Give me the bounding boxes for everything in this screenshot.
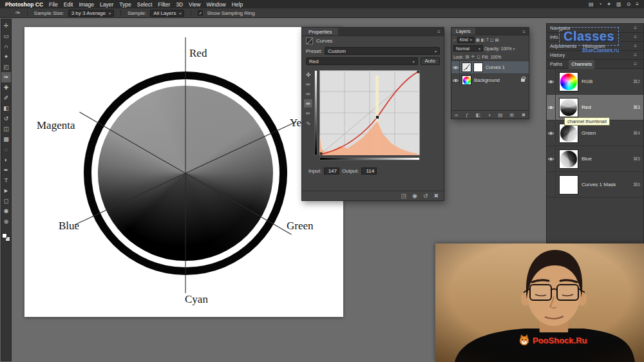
pencil-icon[interactable]: ✏ <box>304 109 312 117</box>
document-canvas[interactable]: Red Magenta Yellow Blue Green Cyan <box>24 27 343 317</box>
curve-endpoint-shadow[interactable] <box>320 153 323 155</box>
new-adjustment-icon[interactable]: ◑ <box>488 112 491 118</box>
menu-window[interactable]: Window <box>206 1 225 8</box>
layer-row-curves[interactable]: Curves 1 <box>451 61 529 73</box>
eye-icon[interactable] <box>547 105 554 110</box>
panel-menu-icon[interactable]: ≡ <box>519 28 529 35</box>
filter-type-icon[interactable]: T <box>486 37 489 42</box>
tab-channels[interactable]: Channels <box>569 60 594 69</box>
visibility-toggle-icon[interactable]: ◉ <box>412 193 417 199</box>
eye-icon[interactable] <box>452 78 459 83</box>
notification-center-icon[interactable]: ≡ <box>636 1 639 7</box>
channel-row-red[interactable]: Red ⌘3 <box>547 95 643 120</box>
tool-blur[interactable]: ◌ <box>1 144 11 155</box>
channel-row-mask[interactable]: Curves 1 Mask ⌘6 <box>547 172 643 198</box>
fill-value[interactable]: 100% <box>491 55 502 59</box>
new-layer-icon[interactable]: ⊞ <box>510 112 514 118</box>
delete-adjustment-icon[interactable]: ✖ <box>433 193 439 199</box>
lock-position-icon[interactable]: ✛ <box>471 54 475 59</box>
channel-name[interactable]: Green <box>582 130 633 136</box>
tab-properties[interactable]: Properties <box>302 28 338 35</box>
filter-kind-select[interactable]: Kind ▾ <box>457 37 475 43</box>
sample-size-select[interactable]: 3 by 3 Average ▾ <box>68 10 114 17</box>
tab-navigator[interactable]: Navigator <box>550 25 571 31</box>
layer-style-icon[interactable]: ƒ <box>466 112 468 118</box>
link-layers-icon[interactable]: ∞ <box>455 112 458 118</box>
tab-histogram[interactable]: Histogram <box>583 43 605 49</box>
gray-point-eyedropper-icon[interactable]: ✑ <box>304 90 312 98</box>
tool-pen[interactable]: ✒ <box>1 165 11 175</box>
tool-healing-brush[interactable]: ✚ <box>1 82 11 93</box>
tool-eyedropper[interactable]: ✑ <box>1 72 11 82</box>
tab-adjustments[interactable]: Adjustments <box>550 43 576 49</box>
tool-shape[interactable]: ◻ <box>1 196 11 206</box>
output-value-field[interactable]: 114 <box>361 167 377 175</box>
tab-layers[interactable]: Layers <box>451 28 475 35</box>
add-mask-icon[interactable]: ◧ <box>476 112 480 118</box>
panel-menu-icon[interactable]: ≡ <box>630 51 640 59</box>
tab-paths[interactable]: Paths <box>550 61 562 67</box>
layer-row-background[interactable]: Background <box>451 73 529 86</box>
tool-brush[interactable]: ✐ <box>1 93 11 103</box>
opacity-value[interactable]: 100% <box>501 46 512 51</box>
eye-icon[interactable] <box>547 157 554 162</box>
clip-to-layer-icon[interactable]: ◳ <box>401 193 407 199</box>
menu-type[interactable]: Type <box>119 1 131 8</box>
reset-icon[interactable]: ↺ <box>423 193 428 199</box>
tool-clone-stamp[interactable]: ◧ <box>1 103 11 113</box>
tool-history-brush[interactable]: ↺ <box>1 113 11 124</box>
panel-menu-icon[interactable]: ≡ <box>434 28 444 35</box>
menu-filter[interactable]: Filter <box>158 1 170 8</box>
visibility-cell[interactable] <box>547 172 556 197</box>
foreground-color-swatch[interactable] <box>2 233 7 238</box>
panel-menu-icon[interactable]: ≡ <box>630 24 640 32</box>
background-thumbnail[interactable] <box>462 75 471 85</box>
tab-info[interactable]: Info <box>550 34 558 40</box>
preset-select[interactable]: Custom ▾ <box>325 47 440 55</box>
menu-3d[interactable]: 3D <box>176 1 183 8</box>
curve-selected-point[interactable] <box>376 116 379 119</box>
show-sampling-ring-checkbox[interactable]: ✓ <box>198 10 203 15</box>
tool-eraser[interactable]: ◫ <box>1 124 11 134</box>
visibility-cell[interactable] <box>451 61 460 73</box>
layer-name[interactable]: Background <box>474 77 500 83</box>
curve-plot[interactable] <box>319 70 420 155</box>
menu-help[interactable]: Help <box>232 1 243 8</box>
panel-menu-icon[interactable]: ≡ <box>630 42 640 50</box>
channel-name[interactable]: Red <box>582 104 633 110</box>
blend-mode-select[interactable]: Normal ▾ <box>453 45 483 52</box>
status-icon-3[interactable]: ✦ <box>607 1 611 7</box>
tab-history[interactable]: History <box>550 52 565 58</box>
visibility-cell[interactable] <box>547 146 556 171</box>
channel-row-rgb[interactable]: RGB ⌘2 <box>547 69 643 95</box>
visibility-cell[interactable] <box>547 69 556 94</box>
tool-quick-selection[interactable]: ✦ <box>1 52 11 62</box>
filter-smart-icon[interactable]: ▤ <box>495 37 498 43</box>
eye-icon[interactable] <box>547 79 554 84</box>
lock-transparency-icon[interactable]: ▨ <box>466 54 469 59</box>
delete-layer-icon[interactable]: ✖ <box>522 112 526 118</box>
search-icon[interactable]: ⊙ <box>627 1 631 7</box>
menu-layer[interactable]: Layer <box>100 1 113 8</box>
tool-lasso[interactable]: ∩ <box>1 41 11 52</box>
eye-icon[interactable] <box>547 131 554 136</box>
filter-pixel-icon[interactable]: ▦ <box>476 37 480 43</box>
channel-name[interactable]: RGB <box>582 79 633 84</box>
white-point-eyedropper-icon[interactable]: ✑ <box>304 80 312 88</box>
tool-hand[interactable]: ✽ <box>1 206 11 216</box>
channel-select[interactable]: Red ▾ <box>306 57 418 65</box>
filter-adjustment-icon[interactable]: ◧ <box>481 37 485 43</box>
menu-image[interactable]: Image <box>79 1 94 8</box>
sample-select[interactable]: All Layers ▾ <box>150 10 184 17</box>
channel-name[interactable]: Curves 1 Mask <box>582 182 633 187</box>
channel-row-blue[interactable]: Blue ⌘5 <box>547 146 643 172</box>
black-point-eyedropper-icon[interactable]: ✑ <box>304 99 312 108</box>
tool-path-selection[interactable]: ► <box>1 186 11 196</box>
targeted-adjustment-icon[interactable]: ✜ <box>304 70 312 79</box>
input-value-field[interactable]: 147 <box>324 167 339 175</box>
status-icon-1[interactable]: ▤ <box>589 1 594 7</box>
auto-button[interactable]: Auto <box>421 57 440 65</box>
curve-endpoint-highlight[interactable] <box>417 71 420 73</box>
visibility-cell[interactable] <box>451 74 460 86</box>
layer-name[interactable]: Curves 1 <box>486 64 505 70</box>
